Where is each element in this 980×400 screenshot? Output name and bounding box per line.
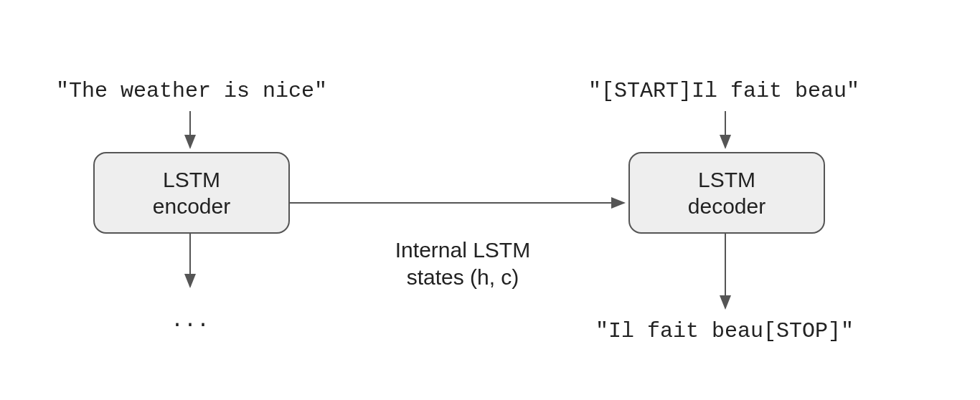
encoder-node: LSTM encoder [93,152,290,234]
decoder-node: LSTM decoder [628,152,825,234]
encoder-node-label: LSTM encoder [153,166,230,220]
encoder-output-text: ... [171,308,209,333]
encoder-node-line2: encoder [153,194,230,218]
diagram-canvas: "The weather is nice" "[START]Il fait be… [0,0,980,400]
edge-label-line1: Internal LSTM [395,238,530,262]
decoder-node-label: LSTM decoder [688,166,765,220]
encoder-input-text: "The weather is nice" [56,79,327,103]
decoder-node-line2: decoder [688,194,765,218]
decoder-output-text: "Il fait beau[STOP]" [595,319,854,343]
decoder-node-line1: LSTM [698,168,755,191]
encoder-node-line1: LSTM [163,168,220,191]
edge-label-line2: states (h, c) [407,265,519,289]
edge-label: Internal LSTM states (h, c) [380,237,545,290]
decoder-input-text: "[START]Il fait beau" [588,79,859,103]
